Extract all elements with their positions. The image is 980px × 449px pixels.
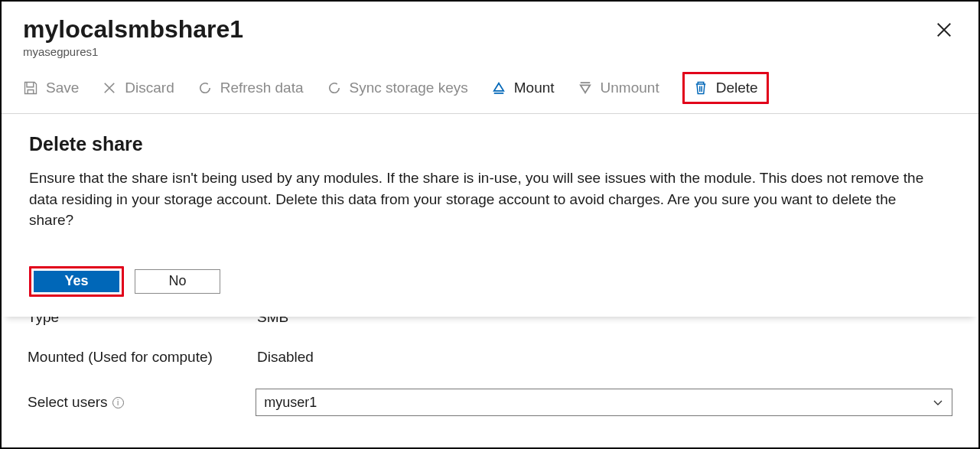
unmount-button[interactable]: Unmount (578, 80, 659, 96)
mount-icon (491, 80, 506, 96)
save-label: Save (46, 80, 79, 96)
share-details: Type SMB Mounted (Used for compute) Disa… (2, 303, 978, 445)
sync-icon (327, 80, 342, 96)
unmount-label: Unmount (601, 80, 659, 96)
page-header: mylocalsmbshare1 myasegpures1 (2, 2, 978, 61)
dialog-actions: Yes No (29, 266, 951, 297)
refresh-button[interactable]: Refresh data (197, 80, 304, 96)
refresh-label: Refresh data (220, 80, 304, 96)
page-subtitle: myasegpures1 (23, 45, 957, 58)
mounted-label: Mounted (Used for compute) (28, 349, 257, 366)
select-users-label: Select users i (28, 394, 256, 411)
delete-share-dialog: Delete share Ensure that the share isn't… (3, 119, 977, 317)
yes-button[interactable]: Yes (34, 271, 119, 292)
info-icon[interactable]: i (112, 397, 124, 408)
dialog-heading: Delete share (29, 133, 951, 155)
save-button[interactable]: Save (23, 80, 79, 96)
discard-icon (102, 80, 117, 96)
mount-button[interactable]: Mount (491, 80, 555, 96)
chevron-down-icon (932, 396, 944, 408)
delete-icon (693, 80, 708, 96)
delete-callout: Delete (682, 72, 769, 104)
no-button[interactable]: No (135, 269, 220, 294)
mount-label: Mount (514, 80, 555, 96)
close-button[interactable] (936, 21, 952, 41)
close-icon (936, 21, 952, 38)
sync-button[interactable]: Sync storage keys (327, 80, 468, 96)
dialog-body: Ensure that the share isn't being used b… (29, 168, 932, 231)
select-users-row: Select users i myuser1 (28, 389, 952, 416)
refresh-icon (197, 80, 213, 96)
discard-button[interactable]: Discard (102, 80, 174, 96)
select-users-value: myuser1 (264, 395, 317, 411)
page-title: mylocalsmbshare1 (23, 15, 957, 44)
select-users-dropdown[interactable]: myuser1 (256, 389, 952, 416)
command-bar: Save Discard Refresh data Sync storage k… (2, 61, 978, 114)
delete-button[interactable]: Delete (689, 75, 763, 101)
sync-label: Sync storage keys (350, 80, 468, 96)
mounted-value: Disabled (257, 349, 952, 366)
discard-label: Discard (125, 80, 174, 96)
delete-label: Delete (716, 80, 758, 96)
yes-callout: Yes (29, 266, 124, 297)
select-users-label-text: Select users (28, 394, 108, 411)
mounted-row: Mounted (Used for compute) Disabled (28, 349, 952, 366)
save-icon (23, 80, 38, 96)
unmount-icon (578, 80, 593, 96)
